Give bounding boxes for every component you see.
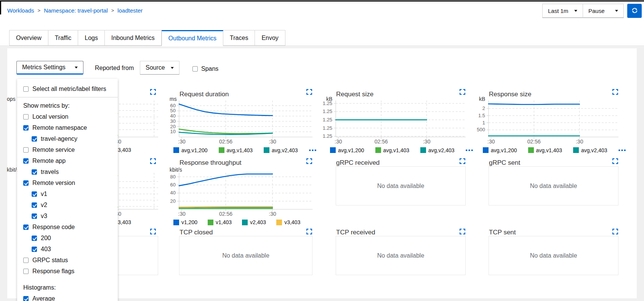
refresh-interval-select[interactable]: Pause	[583, 4, 624, 18]
expand-chart-icon[interactable]	[149, 229, 156, 236]
filter-option-response-flags[interactable]: Response flags	[17, 266, 118, 277]
legend-swatch	[375, 147, 381, 153]
filter-checkbox[interactable]	[32, 202, 37, 208]
legend-item[interactable]: avg,v1,200	[330, 147, 364, 153]
filter-checkbox[interactable]	[23, 180, 29, 186]
filter-option-v2[interactable]: v2	[17, 199, 118, 210]
legend-overflow-button[interactable]: •••	[618, 147, 630, 153]
tab-outbound-metrics[interactable]: Outbound Metrics	[162, 30, 223, 46]
legend-item[interactable]: avg,v1,403	[528, 147, 562, 153]
tab-logs[interactable]: Logs	[78, 30, 105, 46]
tab-traces[interactable]: Traces	[223, 30, 255, 46]
filter-option-403[interactable]: 403	[17, 244, 118, 255]
filter-option-remote-service[interactable]: Remote service	[17, 144, 118, 155]
reported-from-select[interactable]: Source	[140, 61, 179, 75]
filter-checkbox[interactable]	[23, 125, 29, 131]
filter-checkbox[interactable]	[23, 86, 29, 92]
filter-option-travel-agency[interactable]: travel-agency	[17, 133, 118, 144]
chevron-down-icon	[615, 10, 618, 12]
legend-label: avg,v1,200	[491, 147, 517, 153]
svg-text:500: 500	[477, 127, 485, 132]
reported-from-value: Source	[146, 64, 165, 71]
breadcrumb-link[interactable]: Namespace: travel-portal	[44, 7, 108, 14]
legend-item[interactable]: avg,v1,200	[483, 147, 517, 153]
breadcrumb-link[interactable]: loadtester	[117, 7, 143, 14]
filter-checkbox[interactable]	[32, 236, 37, 241]
filter-checkbox[interactable]	[32, 169, 37, 175]
filter-checkbox[interactable]	[23, 258, 29, 263]
expand-chart-icon[interactable]	[149, 89, 156, 96]
legend-item[interactable]: avg,v1,403	[219, 147, 253, 153]
filter-option-grpc-status[interactable]: GRPC status	[17, 255, 118, 266]
metrics-settings-dropdown-toggle[interactable]: Metrics Settings	[16, 61, 83, 75]
svg-text:1.25: 1.25	[323, 100, 332, 106]
breadcrumb-link[interactable]: Workloads	[7, 7, 34, 14]
filter-checkbox[interactable]	[23, 114, 29, 119]
expand-chart-icon[interactable]	[149, 158, 156, 165]
chart-tcp-received: TCP receivedNo data available	[319, 226, 469, 278]
chart-plot: 20406080:3002:56:30	[162, 171, 316, 219]
refresh-button[interactable]	[627, 4, 642, 18]
filter-label: Average	[32, 295, 55, 301]
filter-label: v2	[41, 202, 47, 209]
filter-option-response-code[interactable]: Response code	[17, 221, 118, 233]
expand-chart-icon[interactable]	[306, 229, 312, 236]
legend-item[interactable]: avg,v1,403	[375, 147, 410, 153]
legend-label: v3,403	[284, 219, 300, 225]
legend-item[interactable]: avg,v2,403	[573, 147, 607, 153]
filter-option-v3[interactable]: v3	[17, 210, 118, 221]
legend-item[interactable]: avg,v2,403	[264, 147, 298, 153]
svg-text:1.25: 1.25	[323, 117, 332, 123]
tab-traffic[interactable]: Traffic	[48, 30, 78, 46]
legend-item[interactable]: v1,403	[208, 219, 232, 225]
svg-text:02:56: 02:56	[219, 211, 232, 217]
filter-option-average[interactable]: Average	[17, 293, 118, 301]
filter-option-remote-version[interactable]: Remote version	[17, 177, 118, 188]
filter-checkbox[interactable]	[23, 269, 29, 274]
filter-option-select-all-metric-label-filters[interactable]: Select all metric/label filters	[17, 83, 118, 94]
expand-chart-icon[interactable]	[459, 89, 466, 96]
legend-label: avg,v1,200	[338, 147, 364, 153]
filter-label: 200	[41, 235, 51, 242]
tab-envoy[interactable]: Envoy	[255, 30, 285, 46]
filter-option-travels[interactable]: travels	[17, 166, 118, 177]
filter-option-v1[interactable]: v1	[17, 188, 118, 199]
chart-title: TCP closed	[179, 229, 213, 236]
legend-item[interactable]: avg,v2,403	[420, 147, 455, 153]
filter-label: Remote service	[32, 147, 75, 153]
expand-chart-icon[interactable]	[612, 158, 618, 165]
legend-label: avg,v1,403	[227, 147, 253, 153]
filter-checkbox[interactable]	[32, 247, 37, 252]
tab-overview[interactable]: Overview	[9, 30, 48, 46]
duration-select[interactable]: Last 1m	[542, 4, 583, 18]
filter-option-200[interactable]: 200	[17, 233, 118, 244]
expand-chart-icon[interactable]	[612, 229, 618, 236]
filter-option-remote-namespace[interactable]: Remote namespace	[17, 122, 118, 133]
chevron-down-icon	[171, 67, 174, 69]
filter-checkbox[interactable]	[23, 225, 29, 230]
filter-option-local-version[interactable]: Local version	[17, 111, 118, 122]
legend-item[interactable]: v3,403	[276, 219, 300, 225]
svg-text:1: 1	[482, 120, 485, 126]
filter-checkbox[interactable]	[32, 213, 37, 219]
filter-checkbox[interactable]	[23, 147, 29, 153]
expand-chart-icon[interactable]	[306, 89, 312, 96]
expand-chart-icon[interactable]	[459, 229, 466, 236]
legend-label: avg,v1,403	[383, 147, 410, 153]
filter-checkbox[interactable]	[23, 158, 29, 164]
filter-checkbox[interactable]	[23, 296, 29, 301]
filter-checkbox[interactable]	[32, 136, 37, 142]
spans-checkbox[interactable]	[192, 66, 198, 72]
legend-item[interactable]: v1,200	[173, 219, 197, 225]
legend-item[interactable]: avg,v1,200	[173, 147, 208, 153]
filter-checkbox[interactable]	[32, 191, 37, 197]
tab-inbound-metrics[interactable]: Inbound Metrics	[105, 30, 162, 46]
chart-response-size: Response sizekB50011.52:3002:56:30avg,v1…	[471, 87, 622, 155]
expand-chart-icon[interactable]	[459, 158, 466, 165]
filter-option-remote-app[interactable]: Remote app	[17, 155, 118, 166]
legend-swatch	[173, 220, 179, 225]
legend-item[interactable]: v2,403	[242, 219, 266, 225]
svg-text:02:56: 02:56	[375, 139, 388, 145]
expand-chart-icon[interactable]	[306, 158, 312, 165]
expand-chart-icon[interactable]	[612, 89, 618, 96]
